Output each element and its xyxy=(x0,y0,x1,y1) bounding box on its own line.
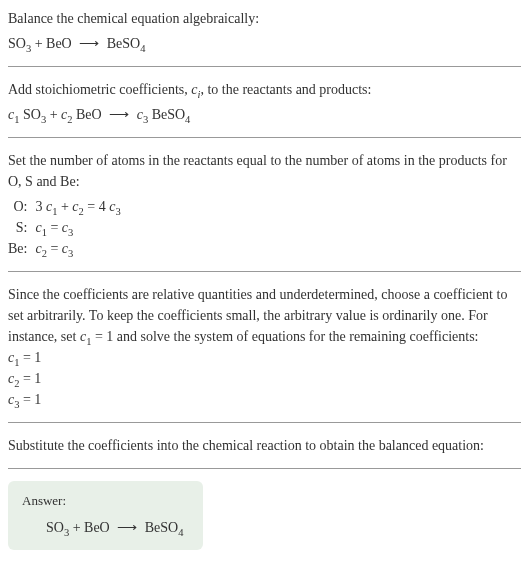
beso4-subscript: 4 xyxy=(140,43,145,54)
section-balance-intro: Balance the chemical equation algebraica… xyxy=(8,8,521,67)
beso4-sub: 4 xyxy=(185,114,190,125)
beo: BeO xyxy=(73,107,106,122)
beso4: BeSO xyxy=(148,107,185,122)
text-b: = 1 and solve the system of equations fo… xyxy=(91,329,478,344)
beso4: BeSO xyxy=(141,520,178,535)
element-label: Be: xyxy=(8,238,35,259)
answer-box: Answer: SO3 + BeO ⟶ BeSO4 xyxy=(8,481,203,550)
row-oxygen: O: 3 c1 + c2 = 4 c3 xyxy=(8,196,121,217)
row-beryllium: Be: c2 = c3 xyxy=(8,238,121,259)
plus-beo: + BeO xyxy=(31,36,75,51)
so3: SO xyxy=(46,520,64,535)
c-sub: 3 xyxy=(68,227,73,238)
atom-equations-table: O: 3 c1 + c2 = 4 c3 S: c1 = c3 Be: c2 = … xyxy=(8,196,121,259)
balanced-equation: SO3 + BeO ⟶ BeSO4 xyxy=(22,517,189,538)
element-label: O: xyxy=(8,196,35,217)
answer-label: Answer: xyxy=(22,491,189,511)
text-b: , to the reactants and products: xyxy=(200,82,371,97)
instruction-text: Substitute the coefficients into the che… xyxy=(8,435,521,456)
equation-value: c1 = c3 xyxy=(35,217,120,238)
value: = 1 xyxy=(19,371,41,386)
element-label: S: xyxy=(8,217,35,238)
coefficient-solutions: c1 = 1 c2 = 1 c3 = 1 xyxy=(8,347,521,410)
section-atom-balance: Set the number of atoms in the reactants… xyxy=(8,150,521,272)
c-sub: 3 xyxy=(115,206,120,217)
plus: + xyxy=(46,107,61,122)
instruction-text: Set the number of atoms in the reactants… xyxy=(8,150,521,192)
value: = 1 xyxy=(19,350,41,365)
equals: = xyxy=(47,220,62,235)
coef: 4 xyxy=(99,199,110,214)
coefficient-equation: c1 SO3 + c2 BeO ⟶ c3 BeSO4 xyxy=(8,104,521,125)
section-add-coefficients: Add stoichiometric coefficients, ci, to … xyxy=(8,79,521,138)
solution-c1: c1 = 1 xyxy=(8,347,521,368)
solution-c2: c2 = 1 xyxy=(8,368,521,389)
product-beso4: BeSO xyxy=(103,36,140,51)
instruction-text: Since the coefficients are relative quan… xyxy=(8,284,521,347)
arrow-icon: ⟶ xyxy=(105,107,133,122)
so3: SO xyxy=(19,107,40,122)
instruction-text: Balance the chemical equation algebraica… xyxy=(8,8,521,29)
text-a: Add stoichiometric coefficients, xyxy=(8,82,191,97)
section-substitute: Substitute the coefficients into the che… xyxy=(8,435,521,469)
unbalanced-equation: SO3 + BeO ⟶ BeSO4 xyxy=(8,33,521,54)
equation-value: 3 c1 + c2 = 4 c3 xyxy=(35,196,120,217)
c-sub: 3 xyxy=(68,248,73,259)
section-solve: Since the coefficients are relative quan… xyxy=(8,284,521,423)
reactant-so3: SO xyxy=(8,36,26,51)
instruction-text: Add stoichiometric coefficients, ci, to … xyxy=(8,79,521,100)
equation-value: c2 = c3 xyxy=(35,238,120,259)
row-sulfur: S: c1 = c3 xyxy=(8,217,121,238)
plus-beo: + BeO xyxy=(69,520,113,535)
beso4-sub: 4 xyxy=(178,526,183,537)
equals: = xyxy=(47,241,62,256)
equals: = xyxy=(84,199,99,214)
plus: + xyxy=(57,199,72,214)
solution-c3: c3 = 1 xyxy=(8,389,521,410)
coef: 3 xyxy=(35,199,46,214)
value: = 1 xyxy=(19,392,41,407)
arrow-icon: ⟶ xyxy=(75,36,103,51)
arrow-icon: ⟶ xyxy=(113,520,141,535)
